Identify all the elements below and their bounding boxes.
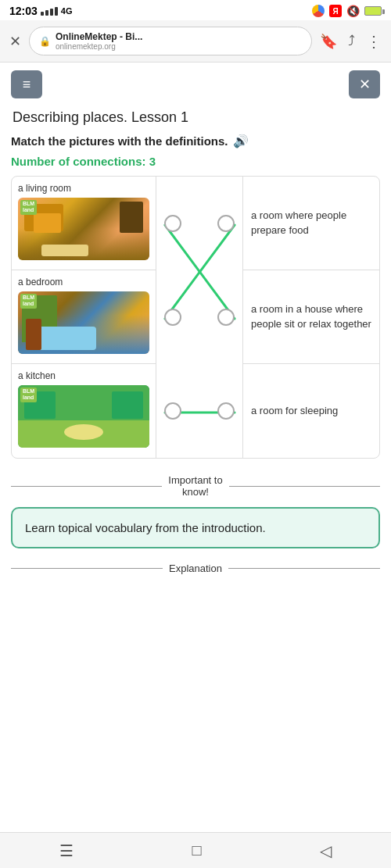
left-label-1: a living room	[18, 183, 149, 194]
nav-menu-button[interactable]: ☰	[44, 837, 89, 865]
left-dot-1[interactable]	[164, 215, 181, 232]
room-badge-3: BLMland	[20, 388, 37, 402]
browser-close-button[interactable]: ✕	[9, 33, 21, 50]
signal-indicator	[41, 7, 58, 16]
status-left: 12:03 4G	[9, 5, 73, 17]
living-room-image: BLMland	[18, 198, 149, 260]
connections-number: 3	[149, 155, 156, 168]
right-item-1: a room where people prepare food	[243, 177, 379, 270]
right-dot-row-2	[217, 270, 235, 364]
connector-area	[156, 177, 242, 458]
important-section: Important toknow!	[11, 474, 380, 498]
right-item-2: a room in a house where people sit or re…	[243, 270, 379, 364]
activity-instruction: Match the pictures with the definitions.…	[11, 134, 380, 148]
status-bar: 12:03 4G Я 🔇	[0, 0, 391, 20]
browser-title: OnlineMektep - Bi...	[56, 31, 302, 42]
right-dot-row-1	[217, 177, 235, 270]
lesson-title: Describing places. Lesson 1	[0, 106, 391, 134]
url-text-block: OnlineMektep - Bi... onlinemektep.org	[56, 31, 302, 51]
left-item-living-room: a living room BLMland	[12, 177, 156, 270]
lock-icon: 🔒	[39, 36, 51, 47]
network-type: 4G	[61, 6, 73, 16]
hamburger-menu-button[interactable]: ≡	[11, 70, 42, 98]
left-label-3: a kitchen	[18, 370, 149, 381]
mute-icon: 🔇	[346, 5, 360, 17]
chrome-icon	[312, 5, 325, 17]
room-badge-1: BLMland	[20, 200, 37, 215]
left-item-bedroom: a bedroom BLMland	[12, 270, 156, 364]
browser-url-area[interactable]: 🔒 OnlineMektep - Bi... onlinemektep.org	[29, 27, 312, 55]
nav-menu-icon: ☰	[59, 842, 74, 859]
left-column: a living room BLMland a bedroom	[12, 177, 156, 458]
browser-actions: 🔖 ⤴ ⋮	[320, 32, 382, 51]
sound-icon[interactable]: 🔊	[233, 134, 249, 148]
close-button[interactable]: ✕	[349, 70, 380, 98]
browser-bar: ✕ 🔒 OnlineMektep - Bi... onlinemektep.or…	[0, 20, 391, 63]
explanation-label: Explanation	[163, 563, 228, 574]
matching-container: a living room BLMland a bedroom	[11, 176, 380, 459]
right-item-3: a room for sleeping	[243, 364, 379, 458]
status-right: Я 🔇	[312, 5, 382, 17]
kitchen-image: BLMland	[18, 385, 149, 448]
right-dots-container	[217, 177, 235, 458]
info-box-text: Learn topical vocabulary from the introd…	[25, 521, 266, 534]
left-label-2: a bedroom	[18, 277, 149, 288]
time-display: 12:03	[9, 5, 38, 17]
left-dot-2[interactable]	[164, 309, 181, 326]
definition-1: a room where people prepare food	[251, 209, 371, 237]
yandex-icon: Я	[329, 5, 342, 17]
top-controls: ≡ ✕	[0, 63, 391, 106]
bookmark-button[interactable]: 🔖	[320, 33, 337, 50]
right-column: a room where people prepare food a room …	[242, 177, 379, 458]
important-label: Important toknow!	[162, 474, 228, 498]
definition-3: a room for sleeping	[251, 404, 338, 418]
room-badge-2: BLMland	[20, 294, 37, 309]
definition-2: a room in a house where people sit or re…	[251, 302, 371, 330]
right-dot-1[interactable]	[217, 215, 235, 232]
explanation-divider-right	[228, 568, 380, 569]
bedroom-image: BLMland	[18, 291, 149, 354]
right-dot-3[interactable]	[217, 402, 235, 420]
nav-back-button[interactable]: ◁	[304, 837, 347, 865]
left-dot-3[interactable]	[164, 402, 181, 420]
explanation-divider-left	[11, 568, 163, 569]
connections-label: Number of connections:	[11, 155, 146, 168]
more-options-button[interactable]: ⋮	[366, 32, 382, 51]
explanation-section: Explanation	[11, 563, 380, 574]
share-button[interactable]: ⤴	[348, 33, 355, 49]
instruction-text: Match the pictures with the definitions.	[11, 134, 228, 148]
browser-domain: onlinemektep.org	[56, 42, 302, 51]
right-dot-row-3	[217, 364, 235, 458]
nav-home-button[interactable]: □	[176, 837, 217, 864]
battery-icon	[364, 6, 382, 16]
bottom-nav: ☰ □ ◁	[0, 832, 391, 868]
info-box: Learn topical vocabulary from the introd…	[11, 507, 380, 548]
nav-back-icon: ◁	[320, 842, 332, 859]
connections-count: Number of connections: 3	[11, 155, 380, 168]
left-item-kitchen: a kitchen BLMland	[12, 364, 156, 458]
nav-home-icon: □	[192, 841, 201, 859]
close-icon: ✕	[359, 76, 371, 93]
right-dot-2[interactable]	[217, 309, 235, 326]
divider-right	[229, 486, 380, 487]
main-content: Match the pictures with the definitions.…	[0, 134, 391, 574]
divider-left	[11, 486, 162, 487]
hamburger-icon: ≡	[23, 77, 31, 93]
